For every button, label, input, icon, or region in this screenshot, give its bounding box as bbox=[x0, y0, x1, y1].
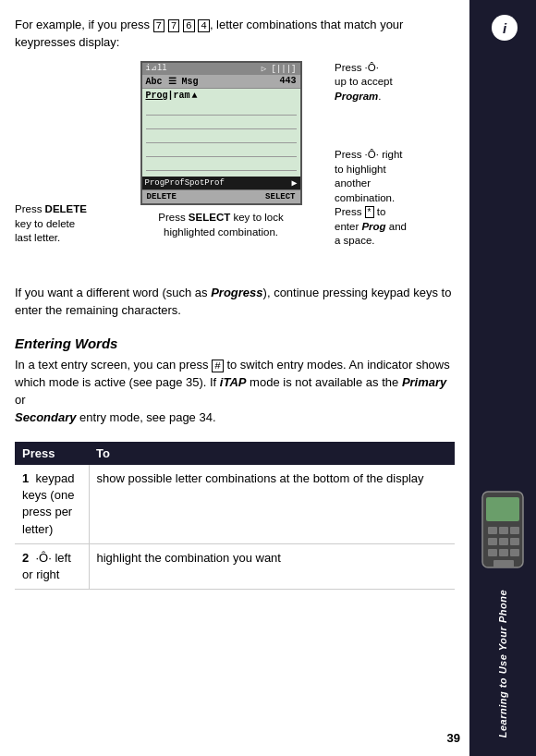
screen-bottom-bar: DELETE SELECT bbox=[142, 189, 300, 203]
screen-line-1 bbox=[146, 103, 297, 116]
para3-hash-key: # bbox=[212, 360, 224, 372]
annotation-bottom-right: Press ·Ô· right to highlight another com… bbox=[335, 148, 455, 249]
svg-rect-3 bbox=[499, 527, 508, 534]
phone-screen-wrap: i⊿ll ▷ [|||] Abc ☰ Msg 443 Prog|ram ▲ bbox=[107, 61, 335, 274]
key2: 7 bbox=[168, 19, 180, 32]
row1-press-text: keypad keys (one press per letter) bbox=[22, 471, 74, 536]
delete-annotation: Press DELETE key to delete last letter. bbox=[15, 202, 107, 246]
page-number: 39 bbox=[447, 731, 460, 745]
ann-to-highlight: to highlight bbox=[335, 164, 386, 175]
prog-row: Prog|ram ▲ bbox=[142, 89, 300, 101]
row1-to: show possible letter combinations at the… bbox=[89, 465, 455, 543]
key4: 4 bbox=[198, 19, 210, 32]
ann-another: another bbox=[335, 177, 371, 189]
below-screen-text: Press SELECT key to lock highlighted com… bbox=[140, 210, 302, 239]
diagram-area: Press DELETE key to delete last letter. … bbox=[15, 61, 455, 274]
para3-part4: entry mode, see page 34. bbox=[76, 410, 215, 424]
para2-text1: If you want a different word (such as bbox=[15, 286, 211, 299]
data-table: Press To 1 keypad keys (one press per le… bbox=[15, 442, 455, 590]
svg-rect-9 bbox=[499, 549, 508, 556]
ann-period: . bbox=[378, 91, 381, 102]
prog-text: Prog bbox=[146, 91, 168, 101]
ann-nav-top: ·Ô· bbox=[365, 62, 379, 73]
left-annotations: Press DELETE key to delete last letter. bbox=[15, 61, 107, 274]
info-icon: i bbox=[492, 15, 518, 41]
col-press: Press bbox=[15, 442, 89, 465]
col-to: To bbox=[89, 442, 455, 465]
intro-paragraph: For example, if you press 7 7 6 4, lette… bbox=[15, 17, 455, 52]
below-text2: key to lock bbox=[230, 212, 284, 223]
table-row: 1 keypad keys (one press per letter) sho… bbox=[15, 465, 455, 543]
para3-secondary: Secondary bbox=[15, 410, 76, 424]
table-body: 1 keypad keys (one press per letter) sho… bbox=[15, 465, 455, 590]
row2-to: highlight the combination you want bbox=[89, 543, 455, 589]
ann-press-star: Press bbox=[335, 206, 365, 217]
right-annotations: Press ·Ô· up to accept Program. Press ·Ô… bbox=[335, 61, 455, 274]
sidebar: i Learning to Use Your Phone bbox=[469, 0, 536, 756]
screen-line-5 bbox=[146, 158, 297, 171]
screen-highlight-row: ProgProfSpotProf ▶ bbox=[142, 177, 300, 189]
ann-up-text: up to accept bbox=[335, 76, 393, 87]
screen-number: 443 bbox=[279, 76, 296, 87]
screen-abc-msg: Abc ☰ Msg bbox=[146, 76, 199, 87]
svg-rect-8 bbox=[488, 549, 497, 556]
status-battery: ▷ [|||] bbox=[262, 64, 297, 74]
row1-number: 1 bbox=[22, 471, 29, 485]
left-line2: key to delete bbox=[15, 218, 75, 229]
svg-rect-7 bbox=[510, 538, 519, 545]
page: For example, if you press 7 7 6 4, lette… bbox=[0, 0, 536, 756]
paragraph3: In a text entry screen, you can press # … bbox=[15, 357, 455, 426]
ann-star-key: * bbox=[365, 206, 374, 218]
ann-to: to bbox=[374, 206, 386, 217]
table-header: Press To bbox=[15, 442, 455, 465]
main-content: For example, if you press 7 7 6 4, lette… bbox=[0, 0, 469, 756]
row2-press: 2 ·Ô· left or right bbox=[15, 543, 89, 589]
left-press: Press bbox=[15, 203, 45, 214]
right-arrow-small: ▶ bbox=[291, 177, 297, 189]
row1-press: 1 keypad keys (one press per letter) bbox=[15, 465, 89, 543]
para3-or: or bbox=[15, 393, 26, 407]
ann-and: and bbox=[386, 221, 407, 232]
ann-program-bold: Program bbox=[335, 91, 378, 102]
para3-part1: In a text entry screen, you can press bbox=[15, 358, 212, 372]
paragraph2: If you want a different word (such as Pr… bbox=[15, 285, 455, 320]
screen-line-3 bbox=[146, 130, 297, 143]
svg-rect-5 bbox=[488, 538, 497, 545]
left-delete-bold: DELETE bbox=[45, 203, 87, 214]
table-row-2: 2 ·Ô· left or right highlight the combin… bbox=[15, 543, 455, 589]
key-bracket-open: 7 bbox=[153, 19, 165, 32]
screen-header: Abc ☰ Msg 443 bbox=[142, 75, 300, 89]
ann-space: a space. bbox=[335, 235, 374, 246]
row2-nav: ·Ô· bbox=[35, 551, 51, 565]
intro-text1: For example, if you press bbox=[15, 18, 153, 31]
below-text3: highlighted combination. bbox=[164, 226, 278, 238]
svg-rect-10 bbox=[510, 549, 519, 556]
screen-body bbox=[142, 101, 300, 175]
sidebar-label: Learning to Use Your Phone bbox=[497, 590, 508, 738]
svg-rect-11 bbox=[493, 560, 514, 567]
screen-line-4 bbox=[146, 144, 297, 157]
row2-number: 2 bbox=[22, 551, 29, 565]
svg-rect-2 bbox=[488, 527, 497, 534]
phone-screen: i⊿ll ▷ [|||] Abc ☰ Msg 443 Prog|ram ▲ bbox=[140, 61, 302, 205]
screen-status-bar: i⊿ll ▷ [|||] bbox=[142, 63, 300, 75]
ann-right-text: right bbox=[379, 149, 403, 160]
up-arrow: ▲ bbox=[192, 91, 198, 101]
highlight-text: ProgProfSpotProf bbox=[145, 178, 225, 188]
ann-press-top: Press bbox=[335, 62, 365, 73]
phone-graphic bbox=[479, 490, 527, 573]
para3-part3: mode is not available as the bbox=[247, 375, 402, 389]
svg-rect-4 bbox=[510, 527, 519, 534]
ann-prog-bold: Prog bbox=[361, 221, 385, 232]
below-select-bold: SELECT bbox=[189, 212, 230, 223]
select-key-label: SELECT bbox=[265, 192, 295, 201]
status-signal: i⊿ll bbox=[146, 64, 167, 74]
below-press: Press bbox=[158, 212, 189, 223]
key3: 6 bbox=[183, 19, 195, 32]
ann-press-bottom: Press bbox=[335, 149, 365, 160]
annotation-top-right: Press ·Ô· up to accept Program. bbox=[335, 61, 455, 104]
para3-primary: Primary bbox=[402, 375, 446, 389]
left-line3: last letter. bbox=[15, 232, 60, 243]
ann-enter: enter bbox=[335, 221, 361, 232]
ram-text: |ram bbox=[168, 91, 190, 101]
